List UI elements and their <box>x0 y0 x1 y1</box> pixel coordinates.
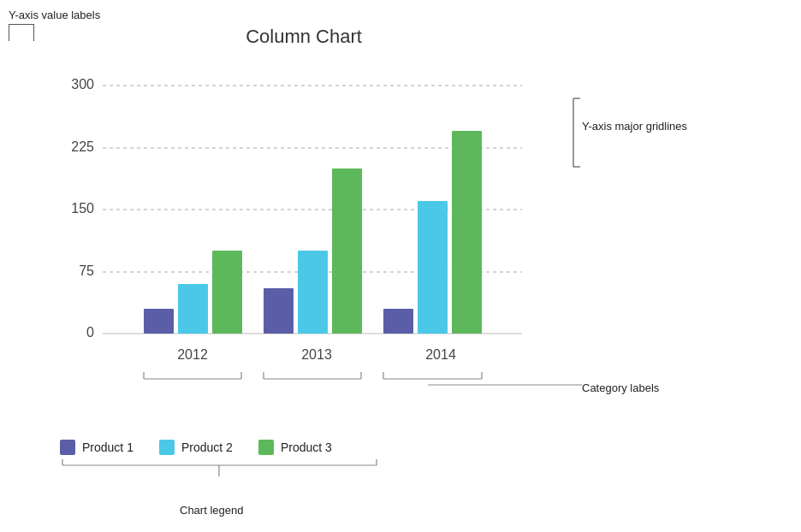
svg-rect-13 <box>264 288 294 334</box>
svg-rect-12 <box>212 251 242 334</box>
legend-item-product1: Product 1 <box>60 440 134 455</box>
page-container: Y-axis value labels Column Chart 300 225… <box>0 0 801 532</box>
svg-text:300: 300 <box>71 77 94 92</box>
gridlines-annotation: Y-axis major gridlines <box>582 120 687 133</box>
legend-label-product2: Product 2 <box>181 440 233 454</box>
legend-color-product1 <box>60 440 75 455</box>
legend-label-product3: Product 3 <box>281 440 332 454</box>
y-axis-annotation: Y-axis value labels <box>9 9 100 21</box>
svg-text:75: 75 <box>79 263 94 278</box>
y-axis-annotation-text: Y-axis value labels <box>9 9 100 21</box>
legend-item-product3: Product 3 <box>258 440 332 455</box>
chart-legend: Product 1 Product 2 Product 3 <box>60 440 332 455</box>
svg-text:150: 150 <box>71 201 94 216</box>
chart-legend-annotation: Chart legend <box>180 504 243 517</box>
gridlines-bracket-svg <box>556 94 582 171</box>
svg-rect-14 <box>298 251 328 334</box>
legend-item-product2: Product 2 <box>159 440 233 455</box>
y-axis-bracket <box>9 24 34 41</box>
chart-title: Column Chart <box>68 26 539 48</box>
svg-text:2013: 2013 <box>301 347 332 362</box>
svg-rect-15 <box>332 168 362 334</box>
category-labels-annotation: Category labels <box>582 381 659 394</box>
legend-bracket-svg <box>58 455 383 489</box>
chart-svg: 300 225 150 75 0 2012 2013 2014 <box>51 51 556 402</box>
legend-color-product2 <box>159 440 175 455</box>
svg-text:2012: 2012 <box>177 347 208 362</box>
svg-text:0: 0 <box>86 325 94 340</box>
svg-rect-17 <box>418 201 448 334</box>
legend-color-product3 <box>258 440 274 455</box>
svg-text:2014: 2014 <box>425 347 456 362</box>
svg-rect-10 <box>144 309 174 334</box>
svg-text:225: 225 <box>71 139 94 154</box>
legend-label-product1: Product 1 <box>82 440 134 454</box>
svg-rect-18 <box>452 131 482 334</box>
category-labels-line <box>428 376 586 393</box>
svg-rect-11 <box>178 284 208 334</box>
svg-rect-16 <box>383 309 413 334</box>
